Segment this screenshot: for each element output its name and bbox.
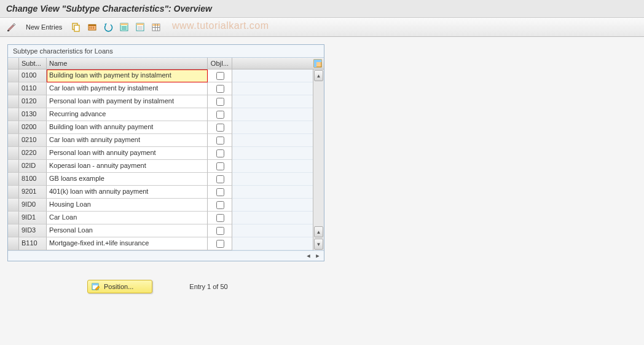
cell-objid [208,237,232,250]
svg-rect-7 [93,26,94,29]
row-selector[interactable] [8,160,19,173]
cell-name[interactable]: Personal Loan [47,224,208,237]
cell-subtype[interactable]: 9ID3 [19,224,47,237]
subtypes-panel: Subtype characteristics for Loans Subt..… [7,44,324,261]
row-selector[interactable] [8,224,19,237]
horizontal-scrollbar[interactable]: ◄ ► [8,250,324,261]
table-row: 9201401(k) loan with annuity payment [8,186,313,199]
cell-name[interactable]: 401(k) loan with annuity payment [47,186,208,199]
cell-subtype[interactable]: 02ID [19,160,47,173]
table-row: 8100GB loans example [8,173,313,186]
cell-subtype[interactable]: 9ID1 [19,212,47,224]
objid-checkbox[interactable] [216,227,224,235]
scroll-up-button[interactable]: ▲ [314,70,323,81]
cell-name[interactable]: Mortgage-fixed int.+life insurance [47,237,208,250]
objid-checkbox[interactable] [216,111,224,119]
vertical-scrollbar[interactable]: ▲ ▲ ▼ [313,69,324,250]
svg-rect-4 [88,25,96,26]
position-label: Position... [104,283,133,290]
cell-subtype[interactable]: B110 [19,237,47,250]
scroll-left-button[interactable]: ◄ [305,252,312,260]
objid-checkbox[interactable] [216,124,224,132]
deselect-all-button[interactable] [133,20,147,34]
new-entries-button[interactable]: New Entries [21,22,67,33]
col-name[interactable]: Name [47,58,208,69]
cell-subtype[interactable]: 0130 [19,108,47,121]
cell-subtype[interactable]: 0220 [19,147,47,160]
scroll-up2-button[interactable]: ▲ [314,226,323,237]
svg-rect-9 [120,23,128,25]
cell-subtype[interactable]: 8100 [19,173,47,186]
scroll-track[interactable] [313,82,324,189]
objid-checkbox[interactable] [216,98,224,106]
position-button[interactable]: Position... [87,280,152,293]
objid-checkbox[interactable] [216,201,224,209]
row-selector[interactable] [8,82,19,95]
copy-button[interactable] [69,20,83,34]
objid-checkbox[interactable] [216,240,224,248]
table-row: 0130Recurring advance [8,108,313,121]
delete-button[interactable] [85,20,99,34]
row-selector[interactable] [8,108,19,121]
row-selector[interactable] [8,134,19,147]
row-selector[interactable] [8,186,19,199]
cell-name[interactable]: Personal loan with payment by instalment [47,95,208,108]
cell-name[interactable]: Car loan with payment by instalment [47,82,208,95]
cell-subtype[interactable]: 0110 [19,82,47,95]
undo-button[interactable] [101,20,115,34]
cell-name[interactable]: Recurring advance [47,108,208,121]
cell-name[interactable]: Car loan with annuity payment [47,134,208,147]
cell-name[interactable]: GB loans example [47,173,208,186]
svg-rect-27 [92,284,98,285]
cell-name[interactable]: Building loan with annuity payment [47,121,208,134]
objid-checkbox[interactable] [216,137,224,145]
cell-subtype[interactable]: 0210 [19,134,47,147]
cell-name[interactable]: Building loan with payment by instalment [47,69,208,82]
objid-checkbox[interactable] [216,72,224,80]
cell-name[interactable]: Housing Loan [47,199,208,212]
cell-objid [208,212,232,224]
row-selector[interactable] [8,199,19,212]
cell-subtype[interactable]: 9201 [19,186,47,199]
cell-objid [208,186,232,199]
row-selector[interactable] [8,95,19,108]
table-row: 0100Building loan with payment by instal… [8,69,313,82]
table-config-button[interactable] [312,58,324,69]
cell-spacer [232,212,313,224]
objid-checkbox[interactable] [216,162,224,170]
cell-subtype[interactable]: 0120 [19,95,47,108]
col-subtype[interactable]: Subt... [19,58,47,69]
svg-rect-14 [136,23,144,25]
objid-checkbox[interactable] [216,188,224,196]
row-selector[interactable] [8,237,19,250]
cell-name[interactable]: Car Loan [47,212,208,224]
objid-checkbox[interactable] [216,175,224,183]
cell-objid [208,95,232,108]
row-selector[interactable] [8,69,19,82]
row-selector[interactable] [8,173,19,186]
cell-subtype[interactable]: 0200 [19,121,47,134]
select-all-button[interactable] [117,20,131,34]
table-settings-button[interactable] [149,20,163,34]
col-objid[interactable]: ObjI... [208,58,232,69]
cell-name[interactable]: Personal loan with annuity payment [47,147,208,160]
scroll-right-button[interactable]: ► [314,252,321,260]
table-row: B110Mortgage-fixed int.+life insurance [8,237,313,250]
objid-checkbox[interactable] [216,214,224,222]
footer: Position... Entry 1 of 50 [7,261,637,299]
page-header: Change View "Subtype Characteristics": O… [0,0,644,18]
display-change-toggle-button[interactable] [5,20,18,34]
cell-subtype[interactable]: 0100 [19,69,47,82]
svg-rect-5 [90,26,90,29]
table-row: 02IDKoperasi loan - annuity payment [8,160,313,173]
cell-spacer [232,173,313,186]
row-selector[interactable] [8,121,19,134]
objid-checkbox[interactable] [216,85,224,93]
scroll-down-button[interactable]: ▼ [314,239,323,250]
objid-checkbox[interactable] [216,149,224,157]
cell-name[interactable]: Koperasi loan - annuity payment [47,160,208,173]
table-row: 0200Building loan with annuity payment [8,121,313,134]
cell-subtype[interactable]: 9ID0 [19,199,47,212]
row-selector[interactable] [8,147,19,160]
row-selector[interactable] [8,212,19,224]
